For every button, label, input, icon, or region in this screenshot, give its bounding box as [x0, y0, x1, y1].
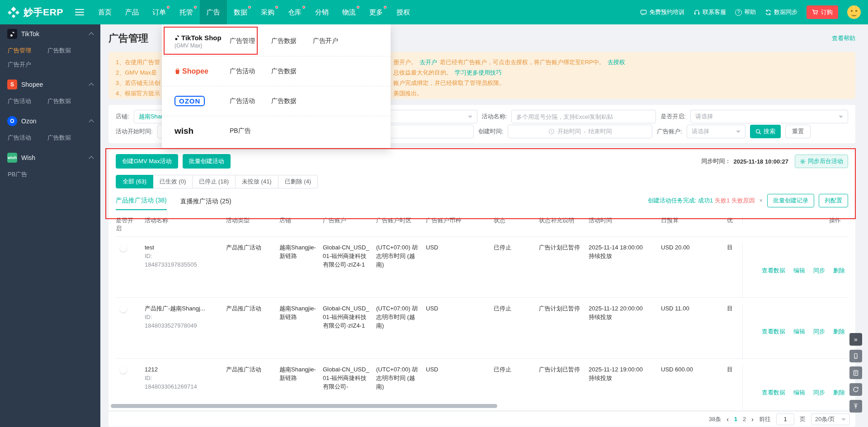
sync-link[interactable]: 同步 [813, 388, 825, 397]
menu-link-shopee-campaigns[interactable]: 广告活动 [230, 67, 271, 75]
edit-link[interactable]: 编辑 [793, 388, 805, 397]
sidebar-item-ozon-campaigns[interactable]: 广告活动 [8, 131, 47, 145]
sidebar-group-shopee[interactable]: S Shopee [0, 75, 100, 94]
reset-button[interactable]: 重置 [785, 125, 811, 138]
batch-create-button[interactable]: 批量创建活动 [183, 154, 231, 169]
view-data-link[interactable]: 查看数据 [762, 327, 785, 336]
campaign-name[interactable]: 1212 [145, 365, 221, 374]
campaign-name[interactable]: 产品推广-越南Shangj... [145, 304, 221, 313]
sync-link[interactable]: 同步 [813, 327, 825, 336]
app-logo[interactable]: 妙手ERP [0, 6, 68, 19]
task-fail-reason-link[interactable]: 失败原因 [731, 197, 755, 204]
status-tab-all[interactable]: 全部 (63) [116, 175, 153, 188]
status-tab-active[interactable]: 已生效 (0) [153, 175, 193, 188]
notice-text: 2、GMV Max是 [116, 69, 157, 76]
close-icon[interactable]: × [759, 197, 763, 204]
menu-link-tiktok-ad-data[interactable]: 广告数据 [271, 37, 313, 45]
tab-product-promotion[interactable]: 产品推广活动 (38) [116, 197, 167, 210]
sidebar-item-ad-account-opening[interactable]: 广告开户 [8, 57, 47, 71]
next-page-icon[interactable]: › [751, 416, 754, 423]
sidebar-item-ad-management[interactable]: 广告管理 [8, 43, 47, 57]
sync-backend-button[interactable]: 同步后台活动 [795, 155, 848, 168]
free-training-link[interactable]: 免费预约培训 [640, 8, 684, 16]
sidebar-item-shopee-ad-data[interactable]: 广告数据 [47, 94, 87, 108]
edit-link[interactable]: 编辑 [793, 327, 805, 336]
menu-link-tiktok-ad-management[interactable]: 广告管理 [230, 37, 271, 45]
menu-toggle-icon[interactable] [75, 9, 84, 15]
menu-link-ozon-ad-data[interactable]: 广告数据 [271, 97, 313, 105]
campaign-id-label: ID: [145, 313, 221, 321]
sidebar-item-ozon-ad-data[interactable]: 广告数据 [47, 131, 87, 145]
collapse-panel-button[interactable]: » [849, 333, 862, 346]
view-data-link[interactable]: 查看数据 [762, 266, 785, 275]
mobile-app-button[interactable] [849, 350, 862, 362]
nav-item-label: 仓库 [288, 8, 302, 17]
nav-item-ads[interactable]: 广告 [200, 0, 227, 24]
chevron-up-icon [89, 32, 94, 37]
sidebar-group-tiktok[interactable]: TikTok [0, 24, 100, 43]
created-time-range-input[interactable]: 开始时间 - 结束时间 [508, 125, 652, 138]
sync-link[interactable]: 同步 [813, 266, 825, 275]
contact-support-link[interactable]: 联系客服 [693, 8, 726, 16]
prev-page-icon[interactable]: ‹ [726, 416, 729, 423]
avatar[interactable] [847, 5, 861, 19]
goto-page-input[interactable] [776, 413, 794, 425]
status-tab-not-delivering[interactable]: 未投放 (41) [235, 175, 278, 188]
sidebar-item-ad-data[interactable]: 广告数据 [47, 43, 87, 57]
page-1[interactable]: 1 [734, 416, 737, 422]
sidebar-group-ozon[interactable]: O Ozon [0, 112, 100, 131]
batch-create-records-button[interactable]: 批量创建记录 [767, 194, 814, 207]
ad-account-select[interactable]: 请选择 [687, 125, 745, 138]
feedback-form-button[interactable] [849, 366, 862, 379]
nav-item-warehouse[interactable]: 仓库 [281, 0, 308, 24]
col-budget[interactable]: 日预算 [661, 216, 727, 225]
sidebar-group-wish[interactable]: wish Wish [0, 148, 100, 167]
nav-item-products[interactable]: 产品 [118, 0, 146, 24]
search-button[interactable]: 搜索 [750, 125, 781, 138]
menu-link-tiktok-ad-account[interactable]: 广告开户 [313, 37, 354, 45]
data-sync-link[interactable]: 数据同步 [765, 8, 797, 16]
menu-link-wish-pb-ads[interactable]: PB广告 [230, 127, 271, 135]
create-gmv-max-button[interactable]: 创建GMV Max活动 [116, 154, 178, 169]
sort-icon[interactable] [681, 217, 684, 225]
status-tab-deleted[interactable]: 已删除 (4) [278, 175, 318, 188]
page-size-select[interactable]: 20条/页 [811, 413, 850, 425]
nav-item-hosting[interactable]: 托管 [173, 0, 200, 24]
help-link[interactable]: ? 帮助 [735, 8, 756, 16]
tab-live-promotion[interactable]: 直播推广活动 (25) [180, 197, 231, 210]
enabled-select[interactable]: 请选择 [690, 110, 848, 123]
nav-item-purchase[interactable]: 采购 [254, 0, 281, 24]
page-2[interactable]: 2 [743, 416, 746, 422]
go-authorize-link[interactable]: 去授权 [608, 59, 625, 66]
tiktok-shop-logo: TikTok Shop [175, 34, 230, 42]
sidebar-item-shopee-campaigns[interactable]: 广告活动 [8, 94, 47, 108]
refresh-button[interactable] [849, 383, 862, 396]
sidebar-item-pb-ads[interactable]: PB广告 [8, 167, 47, 181]
nav-item-distribution[interactable]: 分销 [308, 0, 335, 24]
col-budget-label: 日预算 [661, 217, 679, 224]
campaign-name-input[interactable] [516, 113, 651, 120]
campaign-name[interactable]: test [145, 243, 221, 252]
column-config-button[interactable]: 列配置 [819, 194, 848, 207]
menu-link-shopee-ad-data[interactable]: 广告数据 [271, 67, 313, 75]
back-to-top-button[interactable] [849, 400, 862, 413]
delete-link[interactable]: 删除 [833, 327, 845, 336]
delete-link[interactable]: 删除 [833, 388, 845, 397]
cell-status-note: 广告计划已暂停 [539, 243, 589, 297]
status-tab-stopped[interactable]: 已停止 (18) [192, 175, 236, 188]
menu-link-ozon-campaigns[interactable]: 广告活动 [230, 97, 271, 105]
horizontal-scrollbar[interactable] [111, 404, 497, 408]
nav-item-data[interactable]: 数据 [227, 0, 254, 24]
learn-more-link[interactable]: 学习更多使用技巧 [455, 69, 502, 76]
view-data-link[interactable]: 查看数据 [762, 388, 785, 397]
nav-item-logistics[interactable]: 物流 [335, 0, 363, 24]
subscribe-button[interactable]: 订购 [807, 5, 838, 19]
edit-link[interactable]: 编辑 [793, 266, 805, 275]
go-open-account-link[interactable]: 去开户 [420, 59, 437, 66]
nav-item-orders[interactable]: 订单 [146, 0, 173, 24]
delete-link[interactable]: 删除 [833, 266, 845, 275]
nav-item-home[interactable]: 首页 [91, 0, 118, 24]
nav-item-more[interactable]: 更多 [363, 0, 390, 24]
nav-item-authorization[interactable]: 授权 [390, 0, 417, 24]
view-help-link[interactable]: 查看帮助 [832, 34, 855, 42]
